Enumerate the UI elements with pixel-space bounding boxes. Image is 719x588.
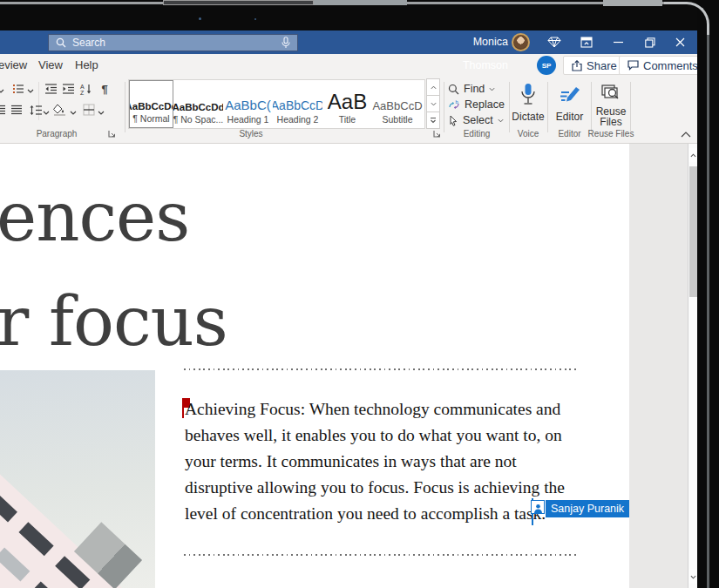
ribbon-display-options-button[interactable] <box>578 35 594 50</box>
select-icon <box>448 115 458 126</box>
mic-icon[interactable] <box>281 37 290 49</box>
decrease-indent-icon[interactable] <box>43 82 58 96</box>
voice-group-label: Voice <box>511 129 546 139</box>
line-spacing-icon[interactable] <box>27 103 43 117</box>
share-icon <box>572 60 582 71</box>
editing-group: Find b Replace Select <box>448 81 505 128</box>
scrollbar-thumb[interactable] <box>689 166 697 297</box>
style-label: Title <box>339 114 356 125</box>
divider <box>125 82 125 132</box>
replace-label: Replace <box>465 98 505 111</box>
paragraph-line: behaves well, it enables you to do what … <box>185 422 565 449</box>
style-no-spacing[interactable]: AaBbCcDd ¶ No Spac... <box>173 80 223 128</box>
dotted-divider <box>184 554 576 556</box>
chevron-down-icon[interactable] <box>26 84 34 98</box>
svg-text:Z: Z <box>80 90 85 96</box>
gallery-scroll-up-button[interactable] <box>426 78 440 96</box>
style-label: Heading 2 <box>277 114 319 125</box>
gallery-more-button[interactable] <box>426 112 440 129</box>
increase-indent-icon[interactable] <box>60 82 76 96</box>
select-button[interactable]: Select <box>448 112 505 128</box>
reuse-files-icon <box>600 82 621 105</box>
find-icon <box>448 84 459 95</box>
numbered-list-icon[interactable] <box>10 82 26 96</box>
svg-text:b: b <box>456 99 459 105</box>
reuse-files-group-label: Reuse Files <box>586 129 636 139</box>
document-image[interactable] <box>0 370 155 588</box>
divider <box>547 82 548 132</box>
ribbon-display-options-icon <box>580 37 593 48</box>
title-bar: Monica Thomson <box>0 30 697 54</box>
chevron-down-icon[interactable] <box>42 105 50 119</box>
reuse-files-button[interactable]: Reuse Files <box>593 82 629 127</box>
style-sample: AaBbC( <box>225 98 271 112</box>
editor-button[interactable]: Editor <box>550 82 589 123</box>
avatar[interactable] <box>512 33 530 51</box>
style-sample: AaBbCcD <box>273 98 322 112</box>
chevron-down-icon[interactable] <box>69 105 77 119</box>
minimize-button[interactable] <box>610 35 627 50</box>
comments-label: Comments <box>643 59 698 72</box>
dialog-launcher-icon[interactable] <box>433 130 441 138</box>
style-subtitle[interactable]: AaBbCcD Subtitle <box>372 80 423 128</box>
paragraph-line: level of concentration you need to accom… <box>185 501 565 527</box>
paragraph-group: AZ ¶ <box>0 82 125 125</box>
find-label: Find <box>464 83 485 95</box>
document-area: ences r focus Achieving Focus: When tech… <box>0 144 697 588</box>
paragraph-line: your terms. It communicates in ways that… <box>185 449 565 475</box>
style-label: ¶ No Spac... <box>173 114 223 125</box>
style-label: ¶ Normal <box>132 113 169 124</box>
shading-icon[interactable] <box>52 103 68 117</box>
vertical-scrollbar[interactable] <box>688 144 697 588</box>
presence-badge[interactable]: SP <box>537 56 556 75</box>
dotted-divider <box>184 368 576 370</box>
collab-person-icon <box>531 500 545 514</box>
pilcrow-icon[interactable]: ¶ <box>97 82 112 96</box>
background-object <box>314 0 407 5</box>
editor-label: Editor <box>556 111 583 123</box>
background-object <box>603 0 662 6</box>
divider <box>591 82 592 132</box>
tab-view[interactable]: View <box>38 58 63 71</box>
share-label: Share <box>587 59 617 72</box>
user-name: Monica Thomson <box>431 30 508 78</box>
collapse-ribbon-button[interactable] <box>681 132 691 138</box>
borders-icon[interactable] <box>81 103 97 117</box>
share-button[interactable]: Share <box>563 56 626 75</box>
style-label: Subtitle <box>382 114 412 125</box>
chevron-down-icon[interactable] <box>97 105 105 119</box>
divider <box>630 82 631 132</box>
chevron-down-icon[interactable] <box>0 84 9 98</box>
coming-soon-gem-button[interactable] <box>546 35 562 50</box>
paragraph-line: disruptive allowing you to focus. Focus … <box>185 475 565 501</box>
chevron-down-icon <box>498 118 504 123</box>
replace-button[interactable]: b Replace <box>448 97 505 112</box>
style-label: Heading 1 <box>227 114 269 125</box>
style-heading-2[interactable]: AaBbCcD Heading 2 <box>273 80 322 128</box>
dictate-button[interactable]: Dictate <box>511 82 546 123</box>
find-button[interactable]: Find <box>448 81 505 97</box>
svg-text:A: A <box>80 84 85 90</box>
dialog-launcher-icon[interactable] <box>108 130 116 138</box>
search-box[interactable] <box>48 34 298 51</box>
tab-review[interactable]: eview <box>0 58 27 71</box>
tab-help[interactable]: Help <box>75 58 98 71</box>
editing-group-label: Editing <box>448 129 505 139</box>
divider <box>509 82 510 132</box>
sort-icon[interactable]: AZ <box>78 82 93 96</box>
paragraph-line: Achieving Focus: When technology communi… <box>185 396 565 422</box>
replace-icon: b <box>448 99 460 111</box>
style-title[interactable]: AaB Title <box>322 80 372 128</box>
document-page[interactable]: ences r focus Achieving Focus: When tech… <box>0 144 629 588</box>
restore-button[interactable] <box>641 35 658 50</box>
align-icon[interactable] <box>0 103 7 117</box>
styles-gallery-scroll <box>426 79 440 129</box>
comments-button[interactable]: Comments <box>619 56 707 75</box>
styles-group-label: Styles <box>209 129 293 139</box>
style-normal[interactable]: AaBbCcDd ¶ Normal <box>129 80 173 128</box>
document-heading-line: ences <box>0 179 189 257</box>
justify-icon[interactable] <box>9 103 24 117</box>
style-heading-1[interactable]: AaBbC( Heading 1 <box>223 80 273 128</box>
gallery-scroll-down-button[interactable] <box>426 95 440 112</box>
search-input[interactable] <box>72 37 275 49</box>
